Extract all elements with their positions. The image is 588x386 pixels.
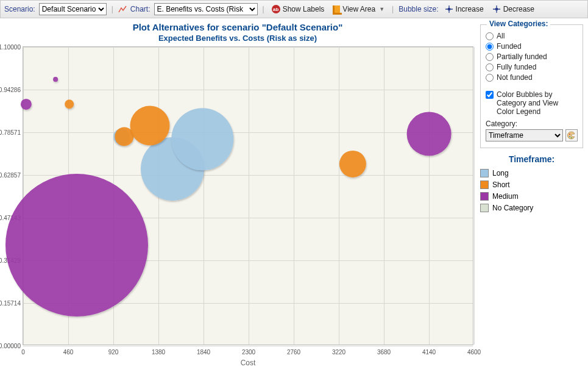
- radio-fully-funded[interactable]: Fully funded: [486, 63, 578, 71]
- increase-text: Increase: [456, 5, 484, 13]
- view-area-text: View Area: [342, 5, 375, 13]
- view-area-button[interactable]: View Area ▼: [330, 4, 387, 15]
- increase-bubble-button[interactable]: Increase: [442, 4, 486, 15]
- chart-type-select[interactable]: E. Benefits vs. Costs (Risk: [154, 3, 258, 15]
- x-tick: 1840: [197, 349, 210, 356]
- bubble-point[interactable]: [53, 77, 58, 82]
- view-categories-title: View Categories:: [487, 20, 550, 28]
- legend-item-long: Long: [480, 169, 583, 177]
- category-label: Category:: [486, 120, 578, 128]
- x-tick: 4140: [422, 349, 436, 356]
- legend-heading: Timeframe:: [480, 154, 583, 164]
- x-tick: 0: [21, 349, 25, 356]
- bubble-point[interactable]: [5, 174, 148, 316]
- radio-not-funded[interactable]: Not funded: [486, 73, 578, 82]
- separator: |: [261, 5, 266, 13]
- increase-icon: [445, 5, 453, 13]
- main-area: Plot Alternatives for scenario "Default …: [0, 18, 588, 386]
- scenario-label: Scenario:: [4, 5, 35, 13]
- x-tick: 3220: [332, 349, 345, 356]
- show-labels-text: Show Labels: [283, 5, 325, 13]
- chevron-down-icon: ▼: [379, 6, 384, 12]
- chart-label: Chart:: [130, 5, 151, 13]
- legend-item-nocat: No Category: [480, 204, 583, 212]
- bubble-point[interactable]: [21, 98, 32, 109]
- scenario-select[interactable]: Default Scenario: [39, 3, 107, 15]
- bubble-size-label: Bubble size:: [398, 5, 438, 13]
- y-tick: 0.94286: [0, 86, 21, 93]
- decrease-icon: [492, 5, 501, 13]
- chart-icon: [118, 5, 127, 13]
- y-tick: 0.15714: [0, 300, 21, 307]
- bubble-point[interactable]: [130, 106, 169, 146]
- y-tick: 0.78571: [0, 129, 21, 136]
- show-labels-icon: ab: [272, 5, 280, 13]
- y-tick: 0.62857: [0, 172, 21, 179]
- view-area-icon: [333, 5, 340, 13]
- x-tick: 460: [63, 349, 74, 356]
- radio-partially-funded[interactable]: Partially funded: [486, 52, 578, 61]
- bubble-point[interactable]: [65, 99, 74, 109]
- category-select[interactable]: Timeframe: [486, 129, 563, 141]
- x-tick: 2760: [287, 349, 300, 356]
- legend-item-short: Short: [480, 180, 583, 189]
- toolbar: Scenario: Default Scenario | Chart: E. B…: [0, 0, 588, 18]
- view-categories-fieldset: View Categories: All Funded Partially fu…: [480, 24, 583, 148]
- x-axis-label: Cost: [241, 359, 256, 367]
- svg-rect-1: [495, 8, 498, 10]
- show-labels-button[interactable]: ab Show Labels: [269, 4, 327, 15]
- svg-point-3: [569, 136, 570, 137]
- color-legend: Timeframe: Long Short Medium No Category: [480, 154, 583, 212]
- separator: |: [391, 5, 395, 13]
- svg-rect-0: [448, 8, 450, 10]
- decrease-text: Decrease: [503, 5, 534, 13]
- svg-point-4: [571, 137, 572, 138]
- decrease-bubble-button[interactable]: Decrease: [490, 4, 537, 15]
- y-tick: 1.10000: [0, 44, 21, 51]
- bubble-point[interactable]: [339, 150, 366, 177]
- x-tick: 1380: [152, 349, 165, 356]
- x-tick: 3680: [377, 349, 391, 356]
- separator: |: [110, 5, 115, 13]
- x-tick: 2300: [242, 349, 255, 356]
- radio-all[interactable]: All: [486, 32, 578, 40]
- chart-subtitle: Expected Benefits vs. Costs (Risk as siz…: [158, 34, 317, 43]
- x-tick: 4600: [467, 349, 481, 356]
- color-bubbles-checkbox[interactable]: Color Bubbles by Category and View Color…: [486, 90, 578, 116]
- bubble-point[interactable]: [407, 112, 452, 156]
- bubble-point[interactable]: [172, 109, 233, 170]
- svg-point-2: [569, 134, 570, 135]
- y-tick: 0.00000: [0, 343, 21, 349]
- palette-icon: [567, 131, 576, 140]
- x-tick: 920: [108, 349, 119, 356]
- legend-item-medium: Medium: [480, 192, 583, 201]
- right-panel: View Categories: All Funded Partially fu…: [475, 18, 588, 386]
- chart-title: Plot Alternatives for scenario "Default …: [133, 22, 343, 32]
- plot-area[interactable]: 0460920138018402300276032203680414046000…: [23, 46, 473, 345]
- chart-region: Plot Alternatives for scenario "Default …: [0, 18, 475, 386]
- radio-funded[interactable]: Funded: [486, 42, 578, 51]
- palette-button[interactable]: [565, 129, 578, 141]
